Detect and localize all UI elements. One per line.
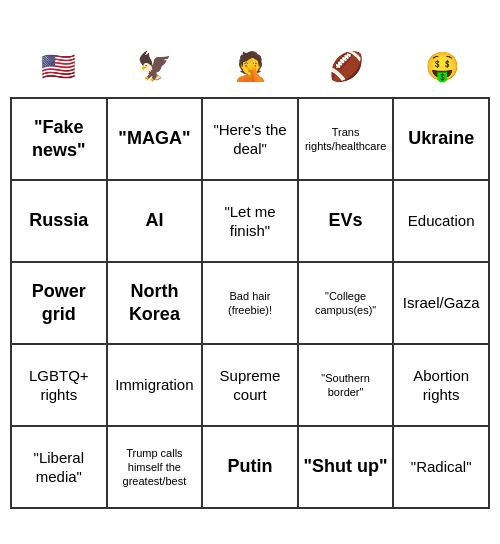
header-row: 🇺🇸🦅🤦🏈🤑 bbox=[10, 35, 490, 97]
cell-1-1: AI bbox=[108, 181, 204, 263]
header-icon-1: 🦅 bbox=[106, 41, 202, 91]
cell-4-3: "Shut up" bbox=[299, 427, 395, 509]
cell-1-2: "Let me finish" bbox=[203, 181, 299, 263]
cell-2-2: Bad hair (freebie)! bbox=[203, 263, 299, 345]
cell-4-2: Putin bbox=[203, 427, 299, 509]
header-icon-3: 🏈 bbox=[298, 41, 394, 91]
cell-3-1: Immigration bbox=[108, 345, 204, 427]
cell-2-0: Power grid bbox=[12, 263, 108, 345]
cell-3-0: LGBTQ+ rights bbox=[12, 345, 108, 427]
bingo-card: 🇺🇸🦅🤦🏈🤑 "Fake news""MAGA""Here's the deal… bbox=[10, 35, 490, 509]
cell-3-4: Abortion rights bbox=[394, 345, 490, 427]
cell-1-4: Education bbox=[394, 181, 490, 263]
cell-0-1: "MAGA" bbox=[108, 99, 204, 181]
header-icon-2: 🤦 bbox=[202, 41, 298, 91]
cell-3-3: "Southern border" bbox=[299, 345, 395, 427]
cell-0-0: "Fake news" bbox=[12, 99, 108, 181]
header-icon-0: 🇺🇸 bbox=[10, 41, 106, 91]
cell-4-1: Trump calls himself the greatest/best bbox=[108, 427, 204, 509]
cell-0-2: "Here's the deal" bbox=[203, 99, 299, 181]
cell-4-0: "Liberal media" bbox=[12, 427, 108, 509]
cell-3-2: Supreme court bbox=[203, 345, 299, 427]
cell-1-3: EVs bbox=[299, 181, 395, 263]
cell-2-4: Israel/Gaza bbox=[394, 263, 490, 345]
cell-2-3: "College campus(es)" bbox=[299, 263, 395, 345]
cell-2-1: North Korea bbox=[108, 263, 204, 345]
bingo-grid: "Fake news""MAGA""Here's the deal"Trans … bbox=[10, 97, 490, 509]
cell-0-4: Ukraine bbox=[394, 99, 490, 181]
cell-0-3: Trans rights/healthcare bbox=[299, 99, 395, 181]
cell-1-0: Russia bbox=[12, 181, 108, 263]
cell-4-4: "Radical" bbox=[394, 427, 490, 509]
header-icon-4: 🤑 bbox=[394, 41, 490, 91]
